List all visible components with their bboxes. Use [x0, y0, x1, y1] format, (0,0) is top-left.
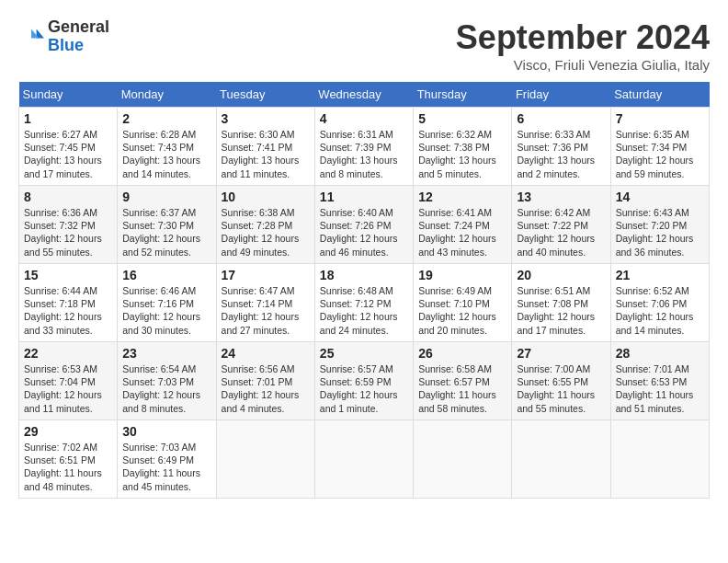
- title-area: September 2024 Visco, Friuli Venezia Giu…: [456, 18, 710, 73]
- day-number: 1: [24, 111, 112, 126]
- day-info: Sunrise: 6:43 AM Sunset: 7:20 PM Dayligh…: [616, 206, 704, 259]
- day-info: Sunrise: 6:31 AM Sunset: 7:39 PM Dayligh…: [320, 128, 408, 180]
- day-number: 16: [122, 268, 210, 282]
- day-info: Sunrise: 6:52 AM Sunset: 7:06 PM Dayligh…: [616, 284, 704, 337]
- day-cell: 21Sunrise: 6:52 AM Sunset: 7:06 PM Dayli…: [610, 264, 709, 342]
- day-cell: 23Sunrise: 6:54 AM Sunset: 7:03 PM Dayli…: [118, 342, 216, 420]
- day-info: Sunrise: 6:36 AM Sunset: 7:32 PM Dayligh…: [24, 206, 112, 259]
- day-cell: 17Sunrise: 6:47 AM Sunset: 7:14 PM Dayli…: [216, 264, 314, 342]
- day-cell: 14Sunrise: 6:43 AM Sunset: 7:20 PM Dayli…: [610, 186, 709, 264]
- day-info: Sunrise: 6:47 AM Sunset: 7:14 PM Dayligh…: [222, 284, 310, 337]
- day-cell: 13Sunrise: 6:42 AM Sunset: 7:22 PM Dayli…: [512, 186, 610, 264]
- header: General Blue September 2024 Visco, Friul…: [18, 18, 710, 73]
- day-cell: 16Sunrise: 6:46 AM Sunset: 7:16 PM Dayli…: [118, 264, 216, 342]
- day-number: 18: [320, 268, 408, 282]
- col-header-thursday: Thursday: [414, 82, 512, 108]
- day-cell: [610, 420, 709, 499]
- day-cell: 6Sunrise: 6:33 AM Sunset: 7:36 PM Daylig…: [512, 108, 610, 186]
- day-cell: 24Sunrise: 6:56 AM Sunset: 7:01 PM Dayli…: [216, 342, 314, 420]
- day-cell: 7Sunrise: 6:35 AM Sunset: 7:34 PM Daylig…: [610, 108, 709, 186]
- day-number: 11: [320, 190, 408, 204]
- day-info: Sunrise: 6:44 AM Sunset: 7:18 PM Dayligh…: [24, 284, 112, 337]
- day-number: 23: [122, 346, 210, 361]
- day-number: 14: [616, 190, 704, 204]
- day-number: 26: [418, 346, 506, 361]
- day-info: Sunrise: 6:53 AM Sunset: 7:04 PM Dayligh…: [24, 362, 112, 415]
- day-number: 21: [616, 268, 704, 282]
- day-cell: 26Sunrise: 6:58 AM Sunset: 6:57 PM Dayli…: [414, 342, 512, 420]
- day-number: 3: [222, 111, 310, 126]
- column-headers: SundayMondayTuesdayWednesdayThursdayFrid…: [19, 82, 710, 108]
- day-number: 28: [616, 346, 704, 361]
- day-number: 8: [24, 190, 112, 204]
- day-number: 15: [24, 268, 112, 282]
- day-info: Sunrise: 6:57 AM Sunset: 6:59 PM Dayligh…: [320, 362, 408, 415]
- day-info: Sunrise: 6:42 AM Sunset: 7:22 PM Dayligh…: [517, 206, 605, 259]
- logo-general: General: [48, 18, 109, 37]
- day-cell: 12Sunrise: 6:41 AM Sunset: 7:24 PM Dayli…: [414, 186, 512, 264]
- day-cell: 27Sunrise: 7:00 AM Sunset: 6:55 PM Dayli…: [512, 342, 610, 420]
- day-cell: 10Sunrise: 6:38 AM Sunset: 7:28 PM Dayli…: [216, 186, 314, 264]
- day-info: Sunrise: 6:28 AM Sunset: 7:43 PM Dayligh…: [122, 128, 210, 180]
- day-info: Sunrise: 6:35 AM Sunset: 7:34 PM Dayligh…: [616, 128, 704, 180]
- day-number: 4: [320, 111, 408, 126]
- day-info: Sunrise: 6:41 AM Sunset: 7:24 PM Dayligh…: [418, 206, 506, 259]
- day-cell: [216, 420, 314, 499]
- day-number: 24: [222, 346, 310, 361]
- day-cell: 15Sunrise: 6:44 AM Sunset: 7:18 PM Dayli…: [19, 264, 118, 342]
- day-number: 12: [418, 190, 506, 204]
- week-row: 15Sunrise: 6:44 AM Sunset: 7:18 PM Dayli…: [19, 264, 710, 342]
- day-cell: 20Sunrise: 6:51 AM Sunset: 7:08 PM Dayli…: [512, 264, 610, 342]
- col-header-saturday: Saturday: [610, 82, 709, 108]
- day-cell: 11Sunrise: 6:40 AM Sunset: 7:26 PM Dayli…: [314, 186, 413, 264]
- day-info: Sunrise: 6:40 AM Sunset: 7:26 PM Dayligh…: [320, 206, 408, 259]
- day-info: Sunrise: 6:30 AM Sunset: 7:41 PM Dayligh…: [222, 128, 310, 180]
- day-cell: 1Sunrise: 6:27 AM Sunset: 7:45 PM Daylig…: [19, 108, 118, 186]
- day-info: Sunrise: 7:03 AM Sunset: 6:49 PM Dayligh…: [122, 441, 210, 493]
- day-number: 25: [320, 346, 408, 361]
- col-header-sunday: Sunday: [19, 82, 118, 108]
- day-info: Sunrise: 6:27 AM Sunset: 7:45 PM Dayligh…: [24, 128, 112, 180]
- day-cell: 5Sunrise: 6:32 AM Sunset: 7:38 PM Daylig…: [414, 108, 512, 186]
- day-cell: 18Sunrise: 6:48 AM Sunset: 7:12 PM Dayli…: [314, 264, 413, 342]
- day-cell: 2Sunrise: 6:28 AM Sunset: 7:43 PM Daylig…: [118, 108, 216, 186]
- day-number: 13: [517, 190, 605, 204]
- day-info: Sunrise: 6:32 AM Sunset: 7:38 PM Dayligh…: [418, 128, 506, 180]
- day-cell: [414, 420, 512, 499]
- day-number: 20: [517, 268, 605, 282]
- day-info: Sunrise: 6:51 AM Sunset: 7:08 PM Dayligh…: [517, 284, 605, 337]
- col-header-wednesday: Wednesday: [314, 82, 413, 108]
- day-cell: 29Sunrise: 7:02 AM Sunset: 6:51 PM Dayli…: [19, 420, 118, 499]
- day-info: Sunrise: 6:38 AM Sunset: 7:28 PM Dayligh…: [222, 206, 310, 259]
- day-number: 29: [24, 424, 112, 439]
- day-number: 9: [122, 190, 210, 204]
- day-info: Sunrise: 7:01 AM Sunset: 6:53 PM Dayligh…: [616, 362, 704, 415]
- day-cell: 8Sunrise: 6:36 AM Sunset: 7:32 PM Daylig…: [19, 186, 118, 264]
- day-info: Sunrise: 6:54 AM Sunset: 7:03 PM Dayligh…: [122, 362, 210, 415]
- day-cell: 9Sunrise: 6:37 AM Sunset: 7:30 PM Daylig…: [118, 186, 216, 264]
- day-number: 19: [418, 268, 506, 282]
- day-number: 30: [122, 424, 210, 439]
- logo-icon: [18, 24, 44, 50]
- col-header-monday: Monday: [118, 82, 216, 108]
- day-number: 17: [222, 268, 310, 282]
- day-info: Sunrise: 6:37 AM Sunset: 7:30 PM Dayligh…: [122, 206, 210, 259]
- calendar-table: SundayMondayTuesdayWednesdayThursdayFrid…: [18, 82, 710, 499]
- day-info: Sunrise: 6:48 AM Sunset: 7:12 PM Dayligh…: [320, 284, 408, 337]
- day-cell: 4Sunrise: 6:31 AM Sunset: 7:39 PM Daylig…: [314, 108, 413, 186]
- week-row: 8Sunrise: 6:36 AM Sunset: 7:32 PM Daylig…: [19, 186, 710, 264]
- day-number: 7: [616, 111, 704, 126]
- logo: General Blue: [18, 18, 109, 55]
- day-info: Sunrise: 6:56 AM Sunset: 7:01 PM Dayligh…: [222, 362, 310, 415]
- location: Visco, Friuli Venezia Giulia, Italy: [456, 57, 710, 73]
- day-number: 5: [418, 111, 506, 126]
- day-cell: 28Sunrise: 7:01 AM Sunset: 6:53 PM Dayli…: [610, 342, 709, 420]
- day-info: Sunrise: 7:02 AM Sunset: 6:51 PM Dayligh…: [24, 441, 112, 493]
- day-cell: [314, 420, 413, 499]
- day-cell: [512, 420, 610, 499]
- day-cell: 22Sunrise: 6:53 AM Sunset: 7:04 PM Dayli…: [19, 342, 118, 420]
- day-cell: 25Sunrise: 6:57 AM Sunset: 6:59 PM Dayli…: [314, 342, 413, 420]
- month-title: September 2024: [456, 18, 710, 57]
- day-cell: 3Sunrise: 6:30 AM Sunset: 7:41 PM Daylig…: [216, 108, 314, 186]
- week-row: 22Sunrise: 6:53 AM Sunset: 7:04 PM Dayli…: [19, 342, 710, 420]
